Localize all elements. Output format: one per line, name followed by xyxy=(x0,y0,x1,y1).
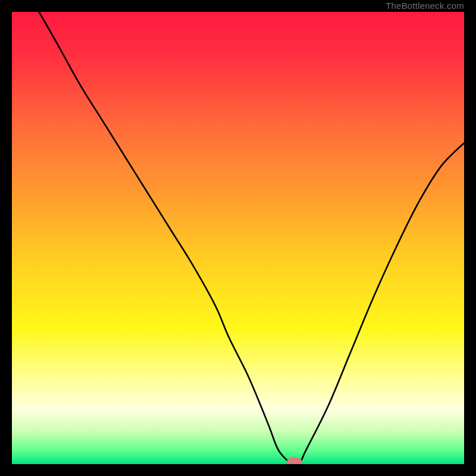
plot-area xyxy=(12,12,464,464)
chart-frame: TheBottleneck.com xyxy=(0,0,476,476)
bottleneck-curve xyxy=(12,12,464,464)
curve-path xyxy=(39,12,464,464)
watermark-text: TheBottleneck.com xyxy=(386,0,464,12)
minimum-marker xyxy=(287,458,302,464)
